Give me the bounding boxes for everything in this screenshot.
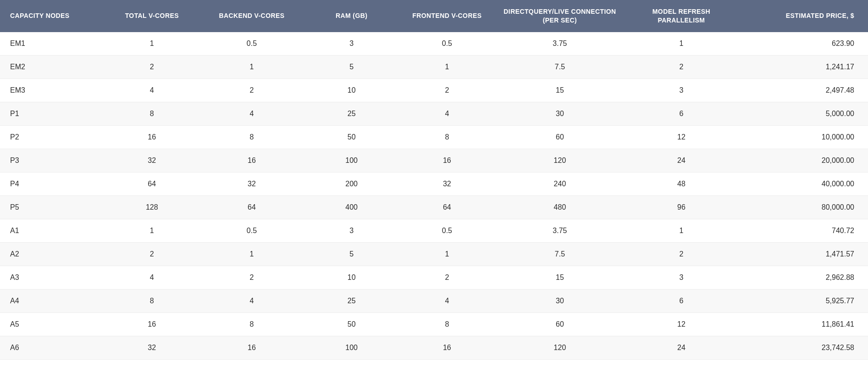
capacity-pricing-table: CAPACITY NODES TOTAL V-CORES BACKEND V-C… [0,0,868,360]
cell-dq-live: 240 [495,172,625,195]
cell-backend-vcores: 4 [199,102,304,125]
cell-refresh-parallel: 24 [625,336,738,359]
cell-total-vcores: 32 [104,336,199,359]
col-backend-vcores: BACKEND V-CORES [199,0,304,32]
cell-capacity-node: A6 [0,336,104,359]
table-header: CAPACITY NODES TOTAL V-CORES BACKEND V-C… [0,0,868,32]
table-row: A110.530.53.751740.72 [0,219,868,242]
cell-estimated-price: 40,000.00 [738,172,868,195]
cell-frontend-vcores: 8 [399,312,495,336]
cell-refresh-parallel: 1 [625,219,738,242]
table-row: EM3421021532,497.48 [0,78,868,102]
cell-ram-gb: 5 [304,55,399,78]
cell-frontend-vcores: 1 [399,55,495,78]
cell-capacity-node: EM3 [0,78,104,102]
cell-ram-gb: 100 [304,149,399,172]
cell-dq-live: 7.5 [495,55,625,78]
cell-estimated-price: 11,861.41 [738,312,868,336]
cell-dq-live: 3.75 [495,32,625,56]
cell-capacity-node: P5 [0,195,104,219]
col-refresh-parallel: MODEL REFRESH PARALLELISM [625,0,738,32]
table-row: P1842543065,000.00 [0,102,868,125]
col-ram-gb: RAM (GB) [304,0,399,32]
cell-total-vcores: 2 [104,242,199,266]
cell-dq-live: 15 [495,78,625,102]
cell-dq-live: 480 [495,195,625,219]
col-estimated-price: ESTIMATED PRICE, $ [738,0,868,32]
table-row: A4842543065,925.77 [0,289,868,312]
cell-refresh-parallel: 96 [625,195,738,219]
cell-backend-vcores: 64 [199,195,304,219]
cell-capacity-node: P3 [0,149,104,172]
cell-dq-live: 60 [495,312,625,336]
cell-dq-live: 120 [495,149,625,172]
cell-ram-gb: 10 [304,78,399,102]
cell-capacity-node: EM2 [0,55,104,78]
cell-dq-live: 15 [495,266,625,289]
cell-refresh-parallel: 48 [625,172,738,195]
pricing-table: CAPACITY NODES TOTAL V-CORES BACKEND V-C… [0,0,868,360]
cell-dq-live: 7.5 [495,242,625,266]
cell-capacity-node: A2 [0,242,104,266]
cell-backend-vcores: 2 [199,78,304,102]
cell-backend-vcores: 16 [199,336,304,359]
table-row: EM110.530.53.751623.90 [0,32,868,56]
cell-refresh-parallel: 12 [625,312,738,336]
table-row: P512864400644809680,000.00 [0,195,868,219]
cell-ram-gb: 5 [304,242,399,266]
cell-frontend-vcores: 16 [399,336,495,359]
cell-backend-vcores: 8 [199,312,304,336]
cell-frontend-vcores: 1 [399,242,495,266]
cell-total-vcores: 1 [104,219,199,242]
cell-total-vcores: 2 [104,55,199,78]
cell-ram-gb: 3 [304,32,399,56]
table-row: A221517.521,471.57 [0,242,868,266]
cell-estimated-price: 2,962.88 [738,266,868,289]
cell-estimated-price: 2,497.48 [738,78,868,102]
cell-frontend-vcores: 0.5 [399,219,495,242]
cell-estimated-price: 1,241.17 [738,55,868,78]
cell-ram-gb: 3 [304,219,399,242]
cell-backend-vcores: 2 [199,266,304,289]
table-row: A63216100161202423,742.58 [0,336,868,359]
cell-backend-vcores: 8 [199,125,304,149]
cell-frontend-vcores: 4 [399,102,495,125]
table-row: EM221517.521,241.17 [0,55,868,78]
cell-total-vcores: 1 [104,32,199,56]
cell-capacity-node: P4 [0,172,104,195]
cell-dq-live: 30 [495,102,625,125]
cell-backend-vcores: 16 [199,149,304,172]
cell-estimated-price: 80,000.00 [738,195,868,219]
cell-estimated-price: 740.72 [738,219,868,242]
cell-capacity-node: A1 [0,219,104,242]
cell-frontend-vcores: 16 [399,149,495,172]
cell-refresh-parallel: 24 [625,149,738,172]
cell-capacity-node: A5 [0,312,104,336]
table-row: P33216100161202420,000.00 [0,149,868,172]
cell-backend-vcores: 1 [199,242,304,266]
cell-frontend-vcores: 2 [399,78,495,102]
cell-refresh-parallel: 3 [625,78,738,102]
cell-total-vcores: 64 [104,172,199,195]
cell-estimated-price: 1,471.57 [738,242,868,266]
cell-ram-gb: 25 [304,289,399,312]
cell-total-vcores: 8 [104,289,199,312]
cell-ram-gb: 10 [304,266,399,289]
cell-estimated-price: 10,000.00 [738,125,868,149]
cell-ram-gb: 50 [304,312,399,336]
cell-total-vcores: 4 [104,266,199,289]
cell-frontend-vcores: 64 [399,195,495,219]
cell-total-vcores: 32 [104,149,199,172]
cell-backend-vcores: 0.5 [199,32,304,56]
cell-total-vcores: 4 [104,78,199,102]
cell-ram-gb: 400 [304,195,399,219]
table-row: P2168508601210,000.00 [0,125,868,149]
table-row: A5168508601211,861.41 [0,312,868,336]
cell-frontend-vcores: 2 [399,266,495,289]
cell-backend-vcores: 1 [199,55,304,78]
cell-frontend-vcores: 0.5 [399,32,495,56]
cell-frontend-vcores: 32 [399,172,495,195]
cell-estimated-price: 623.90 [738,32,868,56]
cell-ram-gb: 50 [304,125,399,149]
table-body: EM110.530.53.751623.90EM221517.521,241.1… [0,32,868,360]
